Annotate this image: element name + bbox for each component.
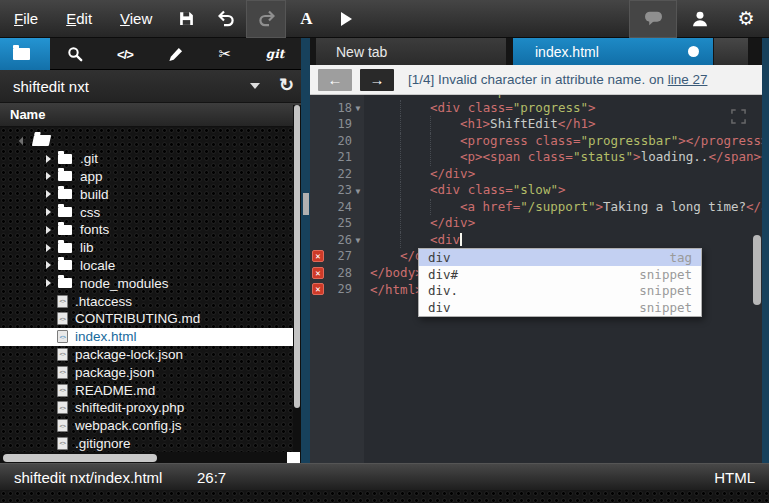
- file-icon: [57, 348, 68, 361]
- tree-item-CONTRIBUTING.md[interactable]: CONTRIBUTING.md: [0, 310, 293, 328]
- run-icon: [341, 12, 352, 26]
- code-text: <div: [364, 232, 462, 249]
- account-icon: [691, 10, 709, 28]
- previous-error-button[interactable]: ←: [318, 69, 352, 91]
- undo-button[interactable]: [206, 0, 246, 38]
- file-icon: [57, 366, 68, 379]
- account-button[interactable]: [677, 0, 723, 38]
- code-line-22[interactable]: 22</div>: [310, 166, 762, 183]
- code-line-18[interactable]: 18▼<div class="progress">: [310, 100, 762, 117]
- menu-file[interactable]: File: [0, 0, 52, 38]
- expander-icon[interactable]: [46, 261, 51, 269]
- search-icon: [67, 46, 83, 62]
- autocomplete-item-3[interactable]: divsnippet: [419, 299, 701, 316]
- line-number: 21: [326, 150, 352, 164]
- sidebar-tab-search[interactable]: [50, 38, 100, 70]
- error-marker-icon[interactable]: ✕: [312, 250, 324, 262]
- line-number: 20: [326, 134, 352, 148]
- fold-cell: [352, 123, 364, 125]
- tree-item-package-lock.json[interactable]: package-lock.json: [0, 346, 293, 364]
- tree-item-index.html[interactable]: index.html: [0, 328, 293, 346]
- tree-item-shiftedit-proxy.php[interactable]: shiftedit-proxy.php: [0, 399, 293, 417]
- expander-icon[interactable]: [46, 190, 51, 198]
- expander-icon[interactable]: [46, 226, 51, 234]
- code-editor[interactable]: 17<div class="splash">18▼<div class="pro…: [310, 95, 762, 463]
- tree-item-build[interactable]: build: [0, 185, 293, 203]
- line-number: 18: [326, 101, 352, 115]
- autocomplete-item-1[interactable]: div#snippet: [419, 266, 701, 283]
- panel-splitter[interactable]: [301, 38, 310, 463]
- sidebar-tab-snippets[interactable]: ✂: [200, 38, 250, 70]
- folder-open-icon: [32, 135, 51, 146]
- expander-icon[interactable]: [46, 279, 51, 287]
- expander-open-icon[interactable]: [19, 137, 27, 145]
- code-line-24[interactable]: 24<a href="/support">Taking a long time?…: [310, 199, 762, 216]
- fullscreen-icon[interactable]: [731, 109, 746, 124]
- status-language-mode[interactable]: HTML: [714, 469, 755, 486]
- run-button[interactable]: [326, 0, 366, 38]
- code-line-21[interactable]: 21<p><span class="status">loading..</spa…: [310, 149, 762, 166]
- sidebar-tab-code[interactable]: </>: [100, 38, 150, 70]
- save-button[interactable]: [166, 0, 206, 38]
- tree-item-label: package.json: [75, 365, 155, 380]
- tree-vertical-scrollbar[interactable]: [293, 105, 301, 463]
- autocomplete-item-0[interactable]: divtag: [419, 249, 701, 266]
- tree-root[interactable]: [0, 132, 293, 150]
- file-icon: [57, 312, 68, 325]
- project-selector[interactable]: shiftedit nxt ↻: [0, 70, 302, 103]
- tree-item-fonts[interactable]: fonts: [0, 221, 293, 239]
- expander-icon[interactable]: [46, 208, 51, 216]
- tab-index-html[interactable]: index.html: [513, 38, 713, 65]
- line-number: 22: [326, 167, 352, 181]
- settings-button[interactable]: ⚙: [723, 0, 769, 38]
- splitter-handle[interactable]: [303, 193, 309, 215]
- tree-item-.gitignore[interactable]: .gitignore: [0, 435, 293, 452]
- expander-icon[interactable]: [46, 155, 51, 163]
- code-text: <progress class="progressbar"></progress…: [364, 133, 762, 150]
- tree-item-.htaccess[interactable]: .htaccess: [0, 292, 293, 310]
- menu-edit[interactable]: Edit: [52, 0, 106, 38]
- sidebar-tab-git[interactable]: git: [250, 38, 300, 70]
- error-marker-icon[interactable]: ✕: [312, 267, 324, 279]
- autocomplete-label: div: [428, 250, 451, 265]
- code-line-26[interactable]: 26▼<div: [310, 232, 762, 249]
- code-line-20[interactable]: 20<progress class="progressbar"></progre…: [310, 133, 762, 150]
- tab-new-tab[interactable]: New tab: [316, 38, 506, 65]
- refresh-icon[interactable]: ↻: [279, 74, 294, 96]
- fold-arrow-icon[interactable]: ▼: [352, 102, 364, 113]
- sidebar-tab-edit[interactable]: [150, 38, 200, 70]
- menu-view[interactable]: View: [106, 0, 166, 38]
- chat-button[interactable]: [629, 0, 677, 38]
- chevron-down-icon[interactable]: [250, 83, 260, 89]
- tree-item-locale[interactable]: locale: [0, 257, 293, 275]
- fold-arrow-icon[interactable]: ▼: [352, 234, 364, 245]
- tree-horizontal-scrollbar[interactable]: [0, 452, 293, 463]
- expander-icon[interactable]: [46, 244, 51, 252]
- tree-item-label: lib: [80, 240, 94, 255]
- tree-item-package.json[interactable]: package.json: [0, 363, 293, 381]
- fold-arrow-icon[interactable]: ▼: [352, 185, 364, 196]
- sidebar-tab-files[interactable]: [0, 38, 50, 70]
- code-line-23[interactable]: 23▼<div class="slow">: [310, 182, 762, 199]
- font-button[interactable]: A: [286, 0, 326, 38]
- expander-icon[interactable]: [46, 172, 51, 180]
- gutter-error-cell: ✕: [310, 283, 326, 295]
- tree-item-css[interactable]: css: [0, 203, 293, 221]
- code-line-25[interactable]: 25</div>: [310, 215, 762, 232]
- tree-item-webpack.config.js[interactable]: webpack.config.js: [0, 417, 293, 435]
- tree-item-.git[interactable]: .git: [0, 150, 293, 168]
- autocomplete-item-2[interactable]: div.snippet: [419, 283, 701, 300]
- editor-scrollbar[interactable]: [753, 235, 762, 305]
- tree-item-app[interactable]: app: [0, 168, 293, 186]
- folder-icon: [58, 207, 72, 217]
- next-error-button[interactable]: →: [360, 69, 394, 91]
- error-marker-icon[interactable]: ✕: [312, 283, 324, 295]
- tree-item-README.md[interactable]: README.md: [0, 381, 293, 399]
- code-line-19[interactable]: 19<h1>ShiftEdit</h1>: [310, 116, 762, 133]
- error-line-link[interactable]: line 27: [668, 72, 708, 87]
- tree-column-header[interactable]: Name: [0, 103, 302, 127]
- tree-item-lib[interactable]: lib: [0, 239, 293, 257]
- redo-button[interactable]: [246, 0, 286, 38]
- tree-item-node_modules[interactable]: node_modules: [0, 274, 293, 292]
- tree-item-label: css: [80, 205, 100, 220]
